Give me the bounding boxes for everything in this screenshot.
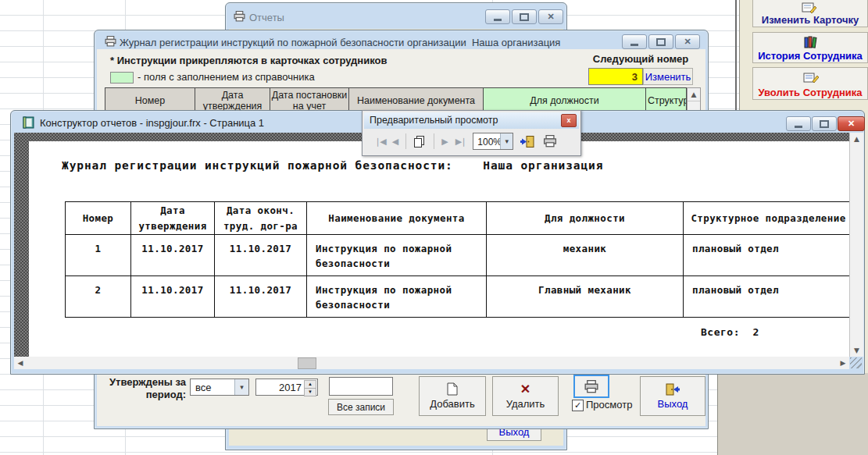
vertical-scrollbar[interactable]: ▲ ▼: [849, 133, 863, 357]
maximize-button[interactable]: [512, 9, 537, 24]
history-label: История Сотрудника: [753, 50, 867, 62]
minimize-icon: [795, 126, 802, 128]
close-icon: ✕: [684, 37, 691, 46]
exit-door-icon: [666, 383, 680, 396]
add-button[interactable]: Добавить: [419, 376, 486, 416]
next-number-field[interactable]: 3: [588, 68, 643, 85]
period-select-value: все: [195, 382, 212, 393]
close-icon[interactable]: x: [561, 114, 577, 127]
scroll-down-icon[interactable]: ▼: [850, 344, 863, 357]
chevron-down-icon[interactable]: ▾: [234, 379, 248, 395]
delete-label: Удалить: [506, 398, 545, 410]
dismiss-button[interactable]: Уволить Сотрудника: [752, 67, 868, 100]
scroll-left-icon[interactable]: ◀: [14, 357, 27, 369]
legend-text: - поля с заполнением из справочника: [138, 71, 315, 83]
preview-toolbar-titlebar: Предварительный просмотр x: [364, 112, 579, 129]
close-button[interactable]: ✕: [838, 116, 865, 131]
maximize-icon: [656, 38, 666, 46]
minimize-button[interactable]: [786, 116, 811, 131]
close-button[interactable]: ✕: [538, 9, 563, 24]
scroll-up-icon[interactable]: ▲: [688, 88, 700, 101]
print-preview-button[interactable]: [573, 375, 609, 398]
printer-icon[interactable]: [542, 135, 558, 148]
preview-backdrop: Журнал регистрации инструкций пожарной б…: [14, 133, 849, 357]
report-table-row: 1 11.10.2017 11.10.2017 Инструкция по по…: [66, 235, 853, 276]
legend-swatch: [110, 72, 134, 84]
zoom-select[interactable]: 100% ▾: [473, 133, 513, 150]
period-select[interactable]: все ▾: [190, 379, 249, 396]
report-column-header: Для должности: [487, 202, 684, 235]
year-spinner[interactable]: 2017 ▲ ▼: [255, 379, 318, 396]
report-book-icon: [23, 116, 34, 129]
zoom-value: 100%: [477, 137, 502, 148]
next-page-icon[interactable]: ▶: [441, 137, 448, 146]
maximize-button[interactable]: [812, 116, 837, 131]
pages-icon[interactable]: [413, 135, 427, 148]
dismiss-note-icon: [803, 72, 819, 84]
scroll-right-icon[interactable]: ▶: [837, 357, 849, 369]
printer-icon: [105, 36, 116, 47]
scroll-up-icon[interactable]: ▲: [850, 133, 863, 145]
last-page-icon[interactable]: ▶❘: [455, 137, 466, 146]
cell-department: плановый отдел: [684, 276, 853, 317]
horizontal-scrollbar[interactable]: ◀ ▶: [14, 357, 849, 369]
report-total: Всего: 2: [701, 326, 759, 338]
report-window-title: Конструктор отчетов - inspgjour.frx - Ст…: [40, 117, 264, 129]
close-icon: ✕: [547, 12, 554, 21]
chevron-down-icon[interactable]: ▾: [500, 133, 513, 149]
preview-toolbar-title: Предварительный просмотр: [370, 115, 498, 126]
cell-department: плановый отдел: [684, 235, 853, 275]
report-table: Номер Дата утверждения Дата оконч. труд.…: [65, 201, 854, 318]
add-label: Добавить: [430, 398, 474, 410]
report-page: Журнал регистрации инструкций пожарной б…: [29, 141, 849, 357]
report-column-header: Дата оконч. труд. дог-ра: [215, 202, 307, 235]
all-records-button[interactable]: Все записи: [328, 399, 394, 415]
close-button[interactable]: ✕: [675, 34, 700, 49]
cell-document: Инструкция по пожарной безопасности: [307, 276, 487, 317]
prev-page-icon[interactable]: ◀: [392, 137, 398, 146]
history-button[interactable]: История Сотрудника: [752, 32, 868, 63]
cell-position: Главный механик: [487, 276, 684, 317]
filter-input[interactable]: [329, 377, 393, 396]
spin-down-icon[interactable]: ▼: [304, 388, 316, 396]
preview-toolbar-window: Предварительный просмотр x ❘◀ ◀ ▶ ▶❘ 100…: [362, 110, 581, 156]
dismiss-label: Уволить Сотрудника: [753, 87, 867, 98]
report-column-header: Наименование документа: [307, 202, 487, 235]
card-edit-icon: [802, 2, 817, 14]
preview-checkbox[interactable]: ✓: [572, 400, 584, 411]
edit-card-button[interactable]: Изменить Карточку: [752, 0, 868, 27]
cell-document: Инструкция по пожарной безопасности: [307, 235, 487, 275]
next-number-label: Следующий номер: [589, 53, 692, 65]
journal-window-title: Журнал регистрации инструкций по пожарно…: [120, 37, 612, 48]
minimize-button[interactable]: [485, 9, 510, 24]
delete-button[interactable]: ✕ Удалить: [492, 376, 559, 416]
toolbar-separator: [434, 133, 434, 149]
exit-door-icon[interactable]: [520, 135, 535, 148]
journal-exit-button[interactable]: Выход: [640, 376, 705, 416]
change-number-button[interactable]: Изменить: [643, 68, 693, 85]
resize-grip[interactable]: [850, 357, 862, 368]
minimize-icon: [630, 44, 638, 46]
close-icon: ✕: [848, 119, 855, 128]
report-column-header: Структурное подразделение: [684, 202, 853, 235]
cell-number: 2: [66, 276, 131, 317]
add-document-icon: [447, 382, 458, 396]
reports-window-title: Отчеты: [249, 12, 284, 23]
edit-card-label: Изменить Карточку: [753, 14, 867, 26]
period-label: Утверждены за период:: [104, 376, 186, 400]
cell-date-approved: 11.10.2017: [131, 276, 215, 317]
scrollbar-thumb[interactable]: [298, 357, 316, 369]
all-records-label: Все записи: [337, 402, 385, 413]
maximize-button[interactable]: [648, 34, 673, 49]
printer-icon: [584, 380, 599, 393]
cell-date-approved: 11.10.2017: [131, 235, 215, 275]
journal-exit-label: Выход: [658, 398, 688, 410]
preview-checkbox-label: Просмотр: [586, 399, 632, 411]
minimize-button[interactable]: [622, 34, 647, 49]
printer-icon: [234, 11, 245, 22]
first-page-icon[interactable]: ❘◀: [374, 137, 385, 146]
cell-number: 1: [66, 235, 131, 275]
maximize-icon: [820, 120, 829, 128]
report-table-header: Номер Дата утверждения Дата оконч. труд.…: [66, 202, 853, 235]
books-history-icon: [803, 36, 819, 48]
